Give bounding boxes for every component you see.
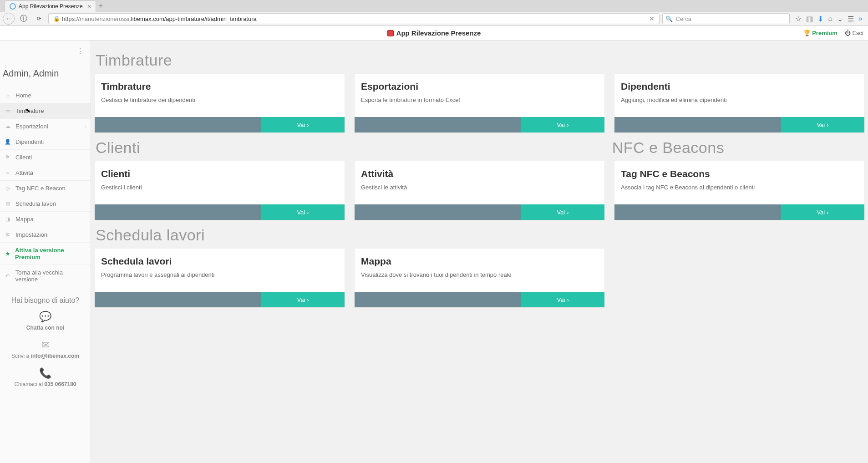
nav-mappa[interactable]: ◨Mappa [0, 212, 91, 227]
sidebar-more-icon[interactable]: ⋮ [0, 45, 91, 57]
star-icon: ★ [5, 251, 10, 257]
nav-esportazioni[interactable]: ☁Esportazioni‹ [0, 119, 91, 134]
search-bar[interactable]: 🔍 Cerca [662, 13, 790, 24]
lock-icon: 🔒 [53, 15, 60, 22]
undo-icon: ↶ [5, 273, 11, 279]
clear-url-icon[interactable]: ✕ [647, 15, 656, 22]
go-button[interactable]: Vai› [261, 292, 345, 307]
card-clienti: Clienti Gestisci i clienti Vai› [95, 161, 345, 220]
search-icon: 🔍 [665, 15, 673, 22]
help-phone[interactable]: 📞 Chiamaci al 035 0667180 [4, 367, 87, 387]
go-button[interactable]: Vai› [781, 117, 864, 132]
app-header: App Rilevazione Presenze 🏆 Premium ⏻ Esc… [0, 26, 868, 41]
tab-close-icon[interactable]: × [87, 3, 91, 10]
cursor-icon: ⬉ [25, 107, 30, 114]
card-desc: Aggiungi, modifica ed elimina dipendenti [621, 97, 858, 103]
card-bar [614, 204, 781, 220]
nav-tag-nfc[interactable]: ◎Tag NFC e Beacon [0, 181, 91, 196]
nav-attiva-premium[interactable]: ★Attiva la versione Premium [0, 243, 91, 265]
nav-attivita[interactable]: ≡Attività [0, 165, 91, 181]
nav-impostazioni[interactable]: ⚙Impostazioni [0, 227, 91, 243]
browser-toolbar: ← ⓘ ⟳ 🔒 https://manutenzionerossi.libema… [0, 12, 868, 25]
browser-tab[interactable]: App Rilevazione Presenze × [5, 0, 96, 12]
section-title-timbrature: Timbrature [96, 51, 864, 69]
library-icon[interactable]: ▥ [806, 15, 813, 23]
card-desc: Associa i tag NFC e Beacons ai dipendent… [621, 184, 858, 191]
card-desc: Gestisci le timbrature dei dipendenti [101, 97, 338, 103]
card-dipendenti: Dipendenti Aggiungi, modifica ed elimina… [614, 74, 864, 132]
chevron-right-icon: › [567, 122, 569, 128]
card-esportazioni: Esportazioni Esporta le timbrature in fo… [355, 74, 604, 132]
nav-home[interactable]: ⌂Home [0, 88, 91, 103]
new-tab-button[interactable]: + [99, 2, 103, 10]
back-button[interactable]: ← [3, 13, 15, 25]
chevron-right-icon: › [827, 122, 828, 128]
go-button[interactable]: Vai› [781, 204, 864, 220]
map-icon: ◨ [5, 216, 11, 222]
chat-icon: 💬 [4, 311, 87, 323]
list-icon: ▭ [5, 108, 11, 114]
nav-timbrature[interactable]: ▭Timbrature ⬉ [0, 103, 91, 119]
go-button[interactable]: Vai› [261, 204, 345, 220]
cloud-icon: ☁ [5, 123, 11, 129]
nav-schedula[interactable]: ▤Schedula lavori [0, 196, 91, 212]
card-title: Esportazioni [361, 81, 598, 92]
calendar-icon [387, 30, 394, 36]
card-bar [614, 117, 781, 132]
bookmark-icon[interactable]: ☆ [795, 15, 802, 23]
card-desc: Visualizza dove si trovano i tuoi dipend… [361, 271, 598, 278]
chevron-left-icon: ‹ [85, 124, 86, 129]
main-content: Timbrature Timbrature Gestisci le timbra… [91, 41, 868, 463]
search-placeholder: Cerca [675, 15, 691, 22]
go-button[interactable]: Vai› [521, 117, 604, 132]
phone-icon: 📞 [4, 367, 87, 379]
pocket-icon[interactable]: ⌄ [837, 15, 843, 23]
section-title-schedula: Schedula lavori [96, 226, 864, 244]
url-text: https://manutenzionerossi.libemax.com/ap… [62, 15, 647, 22]
nav-old-version[interactable]: ↶Torna alla vecchia versione [0, 265, 91, 287]
card-nfc: Tag NFC e Beacons Associa i tag NFC e Be… [614, 161, 864, 220]
card-title: Dipendenti [621, 81, 858, 92]
help-chat[interactable]: 💬 Chatta con noi [4, 311, 87, 331]
help-email[interactable]: ✉ Scrivi a info@libemax.com [4, 339, 87, 359]
card-title: Tag NFC e Beacons [621, 168, 858, 179]
browser-toolbar-icons: ☆ ▥ ⬇ ⌂ ⌄ ☰ » [792, 15, 865, 23]
help-question: Hai bisogno di aiuto? [4, 296, 87, 305]
nav-clienti[interactable]: ⚑Clienti [0, 150, 91, 165]
go-button[interactable]: Vai› [261, 117, 345, 132]
go-button[interactable]: Vai› [521, 204, 604, 220]
reload-icon[interactable]: ⟳ [33, 13, 46, 24]
tag-icon: ◎ [5, 185, 11, 191]
chevron-right-icon: › [827, 209, 828, 216]
tab-favicon [10, 3, 16, 10]
card-bar [355, 292, 521, 307]
overflow-icon[interactable]: » [858, 15, 863, 23]
section-title-clienti: Clienti [96, 139, 601, 157]
premium-badge[interactable]: 🏆 Premium [803, 30, 838, 36]
chevron-right-icon: › [307, 209, 309, 216]
card-schedula: Schedula lavori Programma lavori e asseg… [95, 249, 345, 307]
card-title: Mappa [361, 256, 598, 267]
home-icon[interactable]: ⌂ [828, 15, 832, 23]
info-icon[interactable]: ⓘ [17, 13, 30, 24]
card-desc: Gestisci i clienti [101, 184, 338, 191]
go-button[interactable]: Vai› [521, 292, 604, 307]
card-title: Attività [361, 168, 598, 179]
menu-icon[interactable]: ☰ [848, 15, 854, 23]
app-title: App Rilevazione Presenze [387, 29, 481, 37]
nav-dipendenti[interactable]: 👤Dipendenti [0, 134, 91, 150]
card-timbrature: Timbrature Gestisci le timbrature dei di… [95, 74, 345, 132]
card-desc: Programma lavori e assegnali ai dipenden… [101, 271, 338, 278]
browser-tabs: App Rilevazione Presenze × + [0, 0, 868, 12]
card-title: Schedula lavori [101, 256, 338, 267]
help-block: Hai bisogno di aiuto? 💬 Chatta con noi ✉… [0, 287, 91, 405]
card-bar [355, 204, 521, 220]
card-title: Timbrature [101, 81, 338, 92]
section-title-nfc: NFC e Beacons [612, 139, 864, 157]
download-icon[interactable]: ⬇ [817, 15, 823, 23]
logout-button[interactable]: ⏻ Esci [845, 30, 863, 36]
chevron-right-icon: › [307, 296, 309, 303]
address-bar[interactable]: 🔒 https://manutenzionerossi.libemax.com/… [48, 13, 660, 24]
schedule-icon: ▤ [5, 201, 11, 207]
card-desc: Gestisci le attività [361, 184, 598, 191]
